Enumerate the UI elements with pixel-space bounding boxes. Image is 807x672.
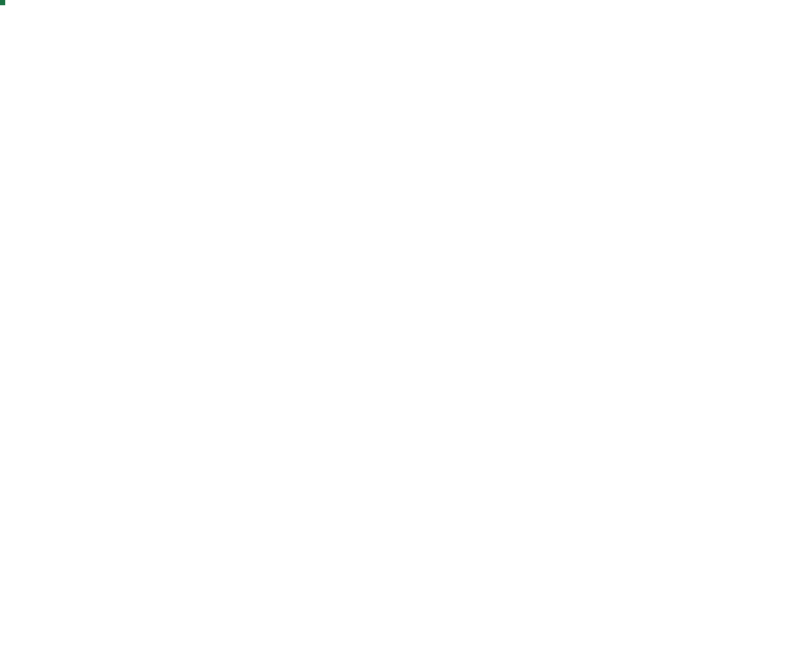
fill-handle[interactable]	[0, 0, 5, 5]
active-cell-outline	[0, 0, 4, 4]
